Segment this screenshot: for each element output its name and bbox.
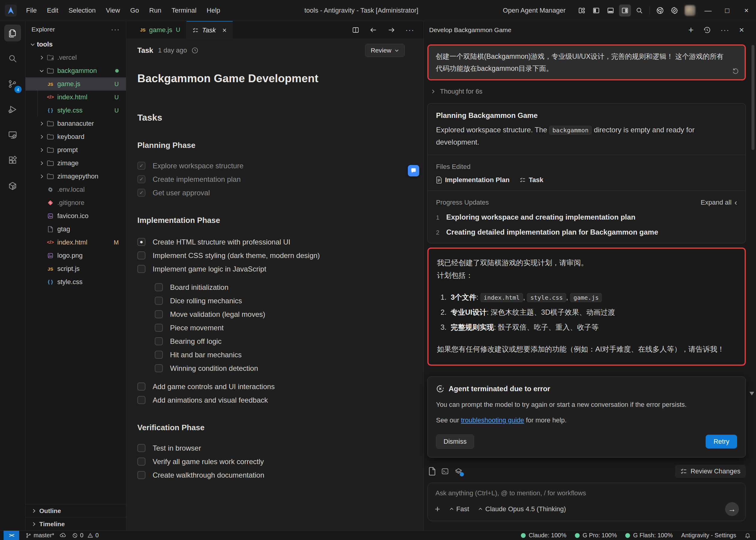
task-checkbox-row[interactable]: Verify all game rules work correctly [137, 455, 423, 468]
checkbox-icon[interactable] [155, 324, 163, 332]
model-quota-gflash[interactable]: G Flash: 100% [625, 532, 673, 539]
checkbox-inprogress-icon[interactable] [137, 238, 146, 246]
terminal-icon[interactable] [441, 468, 449, 475]
avatar[interactable] [685, 5, 696, 16]
explorer-more-icon[interactable]: ··· [111, 25, 120, 34]
checkbox-icon[interactable] [155, 337, 163, 345]
open-agent-manager-button[interactable]: Open Agent Manager [503, 7, 566, 14]
tab-task[interactable]: Task × [186, 21, 233, 39]
comment-icon[interactable] [408, 165, 419, 177]
history-icon[interactable] [703, 26, 711, 34]
user-prompt-bubble[interactable]: 创建一个双陆棋(Backgammon)游戏，专业级UI/UX设计，完善的规则和逻… [429, 46, 745, 79]
tree-item-zimage[interactable]: zimage [26, 157, 126, 170]
task-checkbox-row[interactable]: Create implementation plan [137, 173, 423, 186]
activity-search-icon[interactable] [4, 50, 21, 67]
tree-item-bananacuter[interactable]: bananacuter [26, 117, 126, 130]
task-checkbox-row[interactable]: Implement CSS styling (dark theme, moder… [137, 249, 423, 262]
progress-update-item[interactable]: 1 Exploring workspace and creating imple… [436, 213, 737, 221]
tree-item-gtag[interactable]: gtag [26, 222, 126, 236]
tree-item-keyboard[interactable]: keyboard [26, 130, 126, 143]
task-checkbox-row[interactable]: Winning condition detection [155, 361, 423, 375]
activity-remote-explorer-icon[interactable] [4, 127, 21, 143]
split-editor-icon[interactable] [352, 26, 359, 34]
customize-layout-icon[interactable] [576, 5, 588, 17]
tree-item-style-css[interactable]: { } style.css U [26, 104, 126, 117]
window-minimize-button[interactable]: — [699, 0, 717, 21]
checkbox-icon[interactable] [137, 382, 146, 391]
bell-icon[interactable] [745, 532, 751, 538]
checkbox-icon[interactable] [155, 364, 163, 372]
tree-item-vercel[interactable]: .vercel [26, 51, 126, 64]
tree-item-backgammon[interactable]: backgammon [26, 64, 126, 77]
git-branch-item[interactable]: master* [26, 532, 66, 539]
task-checkbox-row[interactable]: Bearing off logic [155, 335, 423, 348]
scroll-down-arrow-icon[interactable] [749, 392, 754, 395]
toggle-right-sidebar-icon[interactable] [619, 5, 631, 17]
window-close-button[interactable]: × [737, 0, 756, 21]
close-panel-icon[interactable]: × [739, 25, 744, 35]
window-maximize-button[interactable]: □ [717, 0, 737, 21]
task-checkbox-row[interactable]: Create walkthrough documentation [137, 468, 423, 482]
menu-view[interactable]: View [101, 4, 125, 17]
new-conversation-icon[interactable]: + [688, 25, 694, 35]
add-context-icon[interactable]: + [435, 504, 440, 514]
model-quota-claude[interactable]: Claude: 100% [521, 532, 567, 539]
review-dropdown-button[interactable]: Review [365, 44, 405, 57]
thought-row[interactable]: Thought for 6s [430, 87, 746, 95]
file-chip-implementation-plan[interactable]: Implementation Plan [436, 176, 509, 184]
close-icon[interactable]: × [223, 26, 227, 35]
task-checkbox-row[interactable]: Piece movement [155, 321, 423, 335]
tree-item-env-local[interactable]: .env.local [26, 183, 126, 196]
chat-input-box[interactable]: + Fast Claude Opus 4.5 (Thinking) → [427, 483, 746, 521]
tab-game-js[interactable]: JS game.js U [134, 21, 186, 39]
task-checkbox-row[interactable]: Dice rolling mechanics [155, 294, 423, 308]
checkbox-icon[interactable] [155, 351, 163, 359]
activity-containers-icon[interactable] [4, 178, 21, 195]
activity-explorer-icon[interactable] [4, 25, 21, 42]
task-checkbox-row[interactable]: Test in browser [137, 441, 423, 455]
antigravity-settings-item[interactable]: Antigravity - Settings [681, 532, 736, 539]
file-chip-task[interactable]: Task [520, 176, 543, 184]
tree-item-zimagepython[interactable]: zimagepython [26, 170, 126, 183]
browser-icon[interactable] [654, 5, 666, 17]
menu-file[interactable]: File [21, 4, 42, 17]
checkbox-icon[interactable] [137, 471, 146, 479]
knowledge-layers-icon[interactable] [454, 468, 463, 475]
model-selector[interactable]: Claude Opus 4.5 (Thinking) [478, 505, 566, 513]
troubleshooting-guide-link[interactable]: troubleshooting guide [461, 416, 524, 424]
checkbox-icon[interactable] [137, 251, 146, 259]
checkbox-icon[interactable] [155, 283, 163, 291]
task-checkbox-row[interactable]: Board initialization [155, 281, 423, 294]
checkbox-icon[interactable] [137, 396, 146, 404]
tree-item-root-style-css[interactable]: { } style.css [26, 275, 126, 289]
send-button[interactable]: → [725, 502, 739, 516]
task-checkbox-row[interactable]: Explore workspace structure [137, 159, 423, 173]
attach-file-icon[interactable] [429, 467, 436, 475]
checkbox-icon[interactable] [155, 297, 163, 305]
menu-go[interactable]: Go [125, 4, 144, 17]
problems-item[interactable]: 0 0 [72, 532, 99, 539]
menu-selection[interactable]: Selection [63, 4, 101, 17]
menu-terminal[interactable]: Terminal [166, 4, 201, 17]
expand-all-button[interactable]: Expand all ‹ [701, 199, 737, 206]
task-checkbox-row[interactable]: Hit and bar mechanics [155, 348, 423, 361]
menu-run[interactable]: Run [144, 4, 166, 17]
settings-gear-icon[interactable] [668, 5, 681, 17]
menu-edit[interactable]: Edit [42, 4, 63, 17]
chat-input[interactable] [435, 489, 739, 497]
dismiss-button[interactable]: Dismiss [436, 434, 474, 449]
history-clock-icon[interactable] [191, 47, 198, 54]
checkbox-icon[interactable] [137, 458, 146, 466]
more-actions-icon[interactable]: ··· [405, 26, 414, 34]
checkbox-icon[interactable] [137, 444, 146, 452]
menu-help[interactable]: Help [201, 4, 225, 17]
tree-item-logo-png[interactable]: logo.png [26, 249, 126, 262]
search-icon[interactable] [633, 5, 645, 17]
outline-section[interactable]: Outline [26, 504, 126, 517]
mode-selector[interactable]: Fast [449, 505, 469, 513]
task-checkbox-row[interactable]: Add animations and visual feedback [137, 393, 423, 407]
navigate-forward-icon[interactable] [387, 26, 395, 34]
scrollbar[interactable] [751, 45, 754, 150]
tree-item-game-js[interactable]: JS game.js U [26, 77, 126, 90]
tree-item-prompt[interactable]: prompt [26, 143, 126, 157]
